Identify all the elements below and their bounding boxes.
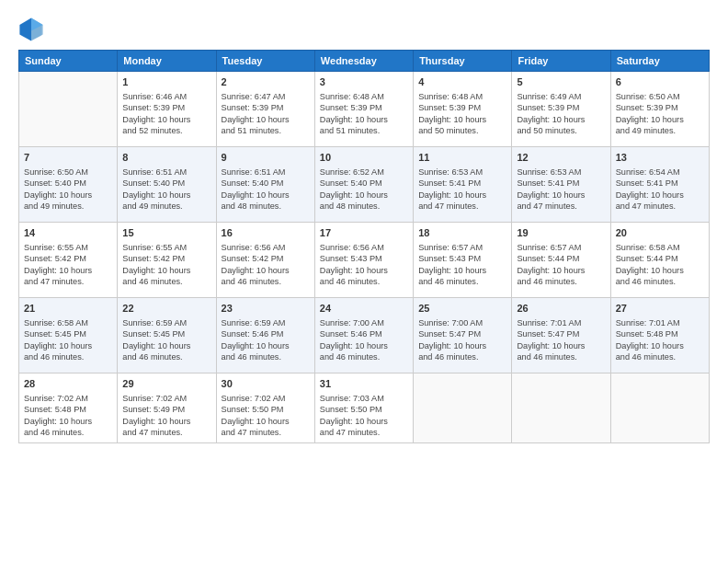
calendar-cell: 27Sunrise: 7:01 AM Sunset: 5:48 PM Dayli… (610, 298, 709, 373)
logo-icon (18, 17, 44, 42)
day-number: 2 (222, 75, 310, 89)
day-info: Sunrise: 6:51 AM Sunset: 5:40 PM Dayligh… (122, 167, 210, 213)
day-number: 28 (24, 377, 112, 391)
calendar-cell: 13Sunrise: 6:54 AM Sunset: 5:41 PM Dayli… (610, 147, 709, 223)
calendar-cell: 28Sunrise: 7:02 AM Sunset: 5:48 PM Dayli… (19, 373, 118, 443)
calendar-cell (512, 373, 610, 443)
calendar-cell: 8Sunrise: 6:51 AM Sunset: 5:40 PM Daylig… (118, 147, 216, 223)
day-info: Sunrise: 6:56 AM Sunset: 5:42 PM Dayligh… (222, 242, 310, 288)
calendar-row: 14Sunrise: 6:55 AM Sunset: 5:42 PM Dayli… (19, 223, 710, 298)
day-number: 25 (418, 302, 506, 316)
day-info: Sunrise: 6:46 AM Sunset: 5:39 PM Dayligh… (122, 91, 210, 137)
day-number: 7 (24, 151, 112, 165)
day-number: 8 (122, 151, 210, 165)
day-number: 21 (24, 302, 112, 316)
day-number: 13 (616, 151, 704, 165)
day-info: Sunrise: 6:58 AM Sunset: 5:44 PM Dayligh… (616, 242, 704, 288)
day-info: Sunrise: 6:52 AM Sunset: 5:40 PM Dayligh… (320, 167, 408, 213)
header-thursday: Thursday (414, 51, 512, 72)
day-number: 6 (616, 75, 704, 89)
day-info: Sunrise: 6:55 AM Sunset: 5:42 PM Dayligh… (24, 242, 112, 288)
day-number: 29 (122, 377, 210, 391)
calendar-cell: 11Sunrise: 6:53 AM Sunset: 5:41 PM Dayli… (414, 147, 512, 223)
day-number: 3 (320, 75, 408, 89)
day-number: 1 (122, 75, 210, 89)
calendar-cell: 18Sunrise: 6:57 AM Sunset: 5:43 PM Dayli… (414, 223, 512, 298)
day-info: Sunrise: 7:02 AM Sunset: 5:48 PM Dayligh… (24, 393, 112, 439)
calendar-cell: 25Sunrise: 7:00 AM Sunset: 5:47 PM Dayli… (414, 298, 512, 373)
day-number: 5 (517, 75, 605, 89)
calendar-cell: 2Sunrise: 6:47 AM Sunset: 5:39 PM Daylig… (216, 72, 314, 147)
day-number: 10 (320, 151, 408, 165)
calendar-row: 1Sunrise: 6:46 AM Sunset: 5:39 PM Daylig… (19, 72, 710, 147)
svg-marker-2 (19, 17, 31, 40)
calendar-cell: 4Sunrise: 6:48 AM Sunset: 5:39 PM Daylig… (414, 72, 512, 147)
header-monday: Monday (118, 51, 216, 72)
calendar-cell: 1Sunrise: 6:46 AM Sunset: 5:39 PM Daylig… (118, 72, 216, 147)
day-info: Sunrise: 6:55 AM Sunset: 5:42 PM Dayligh… (122, 242, 210, 288)
calendar-cell: 7Sunrise: 6:50 AM Sunset: 5:40 PM Daylig… (19, 147, 118, 223)
day-number: 11 (418, 151, 506, 165)
day-info: Sunrise: 7:01 AM Sunset: 5:48 PM Dayligh… (616, 317, 704, 363)
day-info: Sunrise: 6:51 AM Sunset: 5:40 PM Dayligh… (222, 167, 310, 213)
calendar-cell: 26Sunrise: 7:01 AM Sunset: 5:47 PM Dayli… (512, 298, 610, 373)
calendar-row: 21Sunrise: 6:58 AM Sunset: 5:45 PM Dayli… (19, 298, 710, 373)
calendar-cell: 16Sunrise: 6:56 AM Sunset: 5:42 PM Dayli… (216, 223, 314, 298)
day-number: 17 (320, 226, 408, 240)
day-info: Sunrise: 7:02 AM Sunset: 5:49 PM Dayligh… (122, 393, 210, 439)
calendar-cell: 19Sunrise: 6:57 AM Sunset: 5:44 PM Dayli… (512, 223, 610, 298)
day-info: Sunrise: 7:00 AM Sunset: 5:47 PM Dayligh… (418, 317, 506, 363)
day-info: Sunrise: 6:58 AM Sunset: 5:45 PM Dayligh… (24, 317, 112, 363)
calendar-cell: 21Sunrise: 6:58 AM Sunset: 5:45 PM Dayli… (19, 298, 118, 373)
day-info: Sunrise: 6:50 AM Sunset: 5:39 PM Dayligh… (616, 91, 704, 137)
header (18, 17, 710, 42)
day-number: 30 (222, 377, 310, 391)
day-info: Sunrise: 6:54 AM Sunset: 5:41 PM Dayligh… (616, 167, 704, 213)
day-info: Sunrise: 6:53 AM Sunset: 5:41 PM Dayligh… (418, 167, 506, 213)
calendar-cell (19, 72, 118, 147)
day-info: Sunrise: 6:56 AM Sunset: 5:43 PM Dayligh… (320, 242, 408, 288)
day-info: Sunrise: 6:59 AM Sunset: 5:46 PM Dayligh… (222, 317, 310, 363)
day-number: 31 (320, 377, 408, 391)
day-info: Sunrise: 6:57 AM Sunset: 5:44 PM Dayligh… (517, 242, 605, 288)
day-number: 15 (122, 226, 210, 240)
calendar-cell: 14Sunrise: 6:55 AM Sunset: 5:42 PM Dayli… (19, 223, 118, 298)
day-info: Sunrise: 7:02 AM Sunset: 5:50 PM Dayligh… (222, 393, 310, 439)
day-number: 27 (616, 302, 704, 316)
day-info: Sunrise: 6:47 AM Sunset: 5:39 PM Dayligh… (222, 91, 310, 137)
header-tuesday: Tuesday (216, 51, 314, 72)
day-info: Sunrise: 6:53 AM Sunset: 5:41 PM Dayligh… (517, 167, 605, 213)
day-number: 18 (418, 226, 506, 240)
calendar-cell: 6Sunrise: 6:50 AM Sunset: 5:39 PM Daylig… (610, 72, 709, 147)
day-info: Sunrise: 7:00 AM Sunset: 5:46 PM Dayligh… (320, 317, 408, 363)
day-info: Sunrise: 6:48 AM Sunset: 5:39 PM Dayligh… (320, 91, 408, 137)
day-number: 9 (222, 151, 310, 165)
day-number: 26 (517, 302, 605, 316)
calendar-cell: 12Sunrise: 6:53 AM Sunset: 5:41 PM Dayli… (512, 147, 610, 223)
logo (18, 17, 48, 42)
day-number: 4 (418, 75, 506, 89)
calendar-cell: 17Sunrise: 6:56 AM Sunset: 5:43 PM Dayli… (314, 223, 413, 298)
day-number: 19 (517, 226, 605, 240)
day-number: 23 (222, 302, 310, 316)
calendar-cell: 22Sunrise: 6:59 AM Sunset: 5:45 PM Dayli… (118, 298, 216, 373)
calendar-header-row: SundayMondayTuesdayWednesdayThursdayFrid… (19, 51, 710, 72)
day-info: Sunrise: 7:03 AM Sunset: 5:50 PM Dayligh… (320, 393, 408, 439)
calendar-cell: 5Sunrise: 6:49 AM Sunset: 5:39 PM Daylig… (512, 72, 610, 147)
calendar-cell: 24Sunrise: 7:00 AM Sunset: 5:46 PM Dayli… (314, 298, 413, 373)
day-number: 22 (122, 302, 210, 316)
day-info: Sunrise: 6:57 AM Sunset: 5:43 PM Dayligh… (418, 242, 506, 288)
header-friday: Friday (512, 51, 610, 72)
calendar-cell: 20Sunrise: 6:58 AM Sunset: 5:44 PM Dayli… (610, 223, 709, 298)
calendar-cell: 29Sunrise: 7:02 AM Sunset: 5:49 PM Dayli… (118, 373, 216, 443)
calendar-cell (414, 373, 512, 443)
calendar-cell: 10Sunrise: 6:52 AM Sunset: 5:40 PM Dayli… (314, 147, 413, 223)
day-number: 20 (616, 226, 704, 240)
day-number: 14 (24, 226, 112, 240)
calendar-cell: 23Sunrise: 6:59 AM Sunset: 5:46 PM Dayli… (216, 298, 314, 373)
day-info: Sunrise: 6:59 AM Sunset: 5:45 PM Dayligh… (122, 317, 210, 363)
day-number: 12 (517, 151, 605, 165)
day-info: Sunrise: 6:50 AM Sunset: 5:40 PM Dayligh… (24, 167, 112, 213)
day-info: Sunrise: 7:01 AM Sunset: 5:47 PM Dayligh… (517, 317, 605, 363)
day-info: Sunrise: 6:48 AM Sunset: 5:39 PM Dayligh… (418, 91, 506, 137)
